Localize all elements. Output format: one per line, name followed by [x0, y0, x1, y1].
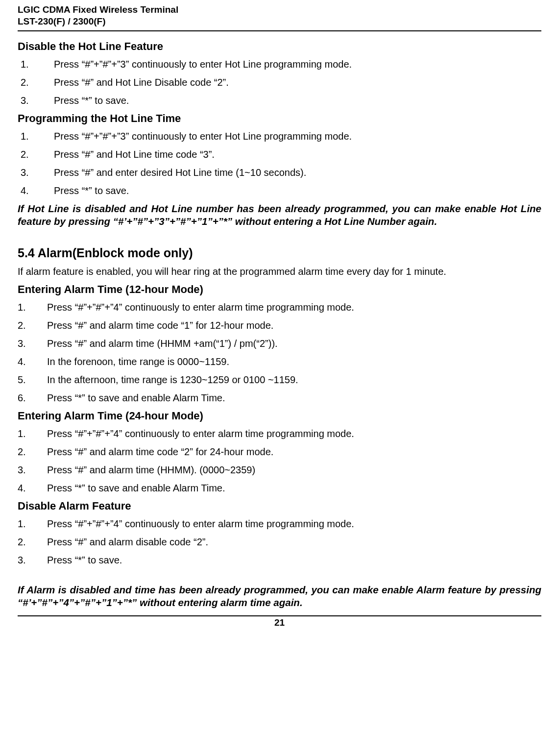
list-item: 5.In the afternoon, time range is 1230~1… — [18, 373, 541, 387]
step-number: 3. — [18, 463, 47, 477]
alarm-note: If Alarm is disabled and time has been a… — [18, 584, 541, 610]
step-text: Press “#” and Hot Line Disable code “2”. — [54, 76, 229, 89]
list-item: 2.Press “#” and alarm disable code “2”. — [18, 536, 541, 549]
list-item: 6.Press “*” to save and enable Alarm Tim… — [18, 391, 541, 405]
step-number: 1. — [18, 58, 54, 71]
list-item: 2.Press “#” and alarm time code “2” for … — [18, 445, 541, 459]
list-item: 4.In the forenoon, time range is 0000~11… — [18, 355, 541, 368]
list-item: 1.Press “#”+”#”+”3” continuously to ente… — [18, 58, 541, 71]
step-number: 1. — [18, 130, 54, 143]
step-number: 3. — [18, 337, 47, 350]
step-number: 6. — [18, 391, 47, 405]
step-number: 2. — [18, 76, 54, 89]
document-header: LGIC CDMA Fixed Wireless Terminal LST-23… — [18, 4, 541, 27]
steps-disable-alarm: 1.Press “#”+”#”+”4” continuously to ente… — [18, 517, 541, 567]
list-item: 2.Press “#” and Hot Line Disable code “2… — [18, 76, 541, 89]
section-heading-prog-hot-line-time: Programming the Hot Line Time — [18, 112, 541, 125]
step-text: In the forenoon, time range is 0000~1159… — [47, 355, 229, 368]
step-number: 3. — [18, 554, 47, 567]
list-item: 4.Press “*” to save and enable Alarm Tim… — [18, 482, 541, 495]
list-item: 1.Press “#”+”#”+”4” continuously to ente… — [18, 517, 541, 531]
header-rule — [18, 30, 541, 31]
section-heading-disable-hot-line: Disable the Hot Line Feature — [18, 40, 541, 53]
step-text: Press “#” and alarm disable code “2”. — [47, 536, 208, 549]
step-number: 3. — [18, 94, 54, 107]
step-text: Press “#”+”#”+”4” continuously to enter … — [47, 301, 354, 314]
list-item: 3.Press “*” to save. — [18, 554, 541, 567]
step-number: 3. — [18, 166, 54, 179]
steps-alarm-24: 1.Press “#”+”#”+”4” continuously to ente… — [18, 427, 541, 495]
section-heading-alarm-24: Entering Alarm Time (24-hour Mode) — [18, 410, 541, 422]
steps-prog-hot-line-time: 1.Press “#”+”#”+”3” continuously to ente… — [18, 130, 541, 197]
step-text: In the afternoon, time range is 1230~125… — [47, 373, 298, 387]
footer-rule — [18, 615, 541, 616]
step-text: Press “*” to save. — [54, 94, 129, 107]
step-text: Press “#” and alarm time code “2” for 24… — [47, 445, 273, 459]
list-item: 2.Press “#” and Hot Line time code “3”. — [18, 148, 541, 161]
document-page: LGIC CDMA Fixed Wireless Terminal LST-23… — [0, 0, 559, 756]
step-number: 4. — [18, 482, 47, 495]
list-item: 2.Press “#” and alarm time code “1” for … — [18, 319, 541, 332]
step-text: Press “*” to save. — [54, 184, 129, 197]
list-item: 3.Press “#” and enter desired Hot Line t… — [18, 166, 541, 179]
list-item: 3.Press “#” and alarm time (HHMM +am(“1”… — [18, 337, 541, 350]
step-text: Press “#” and alarm time (HHMM). (0000~2… — [47, 463, 255, 477]
step-number: 1. — [18, 517, 47, 531]
list-item: 1.Press “#”+”#”+”3” continuously to ente… — [18, 130, 541, 143]
steps-disable-hot-line: 1.Press “#”+”#”+”3” continuously to ente… — [18, 58, 541, 107]
step-text: Press “*” to save and enable Alarm Time. — [47, 391, 225, 405]
step-text: Press “#” and Hot Line time code “3”. — [54, 148, 215, 161]
step-text: Press “*” to save and enable Alarm Time. — [47, 482, 225, 495]
step-number: 2. — [18, 319, 47, 332]
list-item: 4.Press “*” to save. — [18, 184, 541, 197]
step-number: 2. — [18, 536, 47, 549]
list-item: 3.Press “*” to save. — [18, 94, 541, 107]
step-text: Press “#” and alarm time code “1” for 12… — [47, 319, 273, 332]
header-line-1: LGIC CDMA Fixed Wireless Terminal — [18, 4, 541, 16]
steps-alarm-12: 1.Press “#”+”#”+”4” continuously to ente… — [18, 301, 541, 405]
page-number: 21 — [18, 617, 541, 628]
section-heading-alarm-12: Entering Alarm Time (12-hour Mode) — [18, 283, 541, 296]
list-item: 1.Press “#”+”#”+”4” continuously to ente… — [18, 427, 541, 440]
list-item: 1.Press “#”+”#”+”4” continuously to ente… — [18, 301, 541, 314]
step-text: Press “#”+”#”+”4” continuously to enter … — [47, 427, 354, 440]
alarm-intro: If alarm feature is enabled, you will he… — [18, 265, 541, 278]
header-line-2: LST-230(F) / 2300(F) — [18, 16, 541, 27]
step-text: Press “#”+”#”+”3” continuously to enter … — [54, 130, 352, 143]
list-item: 3.Press “#” and alarm time (HHMM). (0000… — [18, 463, 541, 477]
step-number: 2. — [18, 445, 47, 459]
step-number: 5. — [18, 373, 47, 387]
step-text: Press “*” to save. — [47, 554, 122, 567]
step-number: 4. — [18, 355, 47, 368]
step-text: Press “#”+”#”+”4” continuously to enter … — [47, 517, 354, 531]
step-number: 2. — [18, 148, 54, 161]
step-text: Press “#”+”#”+”3” continuously to enter … — [54, 58, 352, 71]
step-number: 1. — [18, 427, 47, 440]
step-text: Press “#” and enter desired Hot Line tim… — [54, 166, 306, 179]
step-number: 1. — [18, 301, 47, 314]
step-text: Press “#” and alarm time (HHMM +am(“1”) … — [47, 337, 278, 350]
step-number: 4. — [18, 184, 54, 197]
hot-line-note: If Hot Line is disabled and Hot Line num… — [18, 202, 541, 228]
section-heading-alarm: 5.4 Alarm(Enblock mode only) — [18, 246, 541, 260]
section-heading-disable-alarm: Disable Alarm Feature — [18, 500, 541, 512]
